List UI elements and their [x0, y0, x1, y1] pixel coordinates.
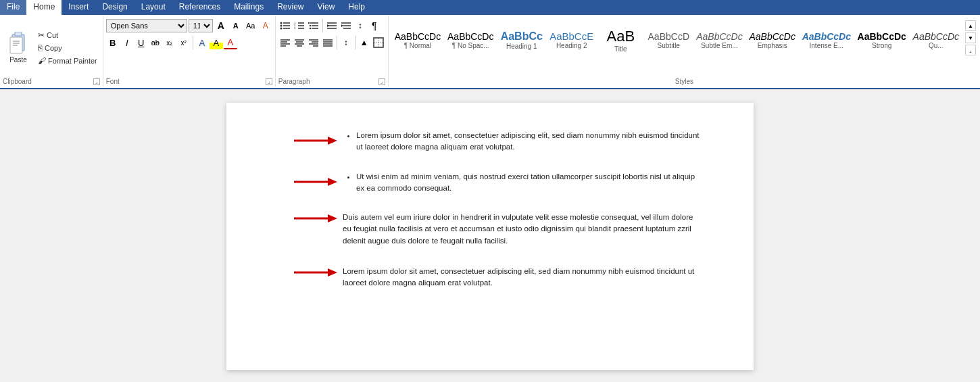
bullet-item-1: Lorem ipsum dolor sit amet, consectetuer… — [356, 130, 700, 153]
decrease-indent-icon — [326, 20, 337, 31]
style-subtle-em-name: Subtle Em... — [701, 42, 737, 49]
svg-text:3.: 3. — [294, 26, 296, 30]
borders-button[interactable] — [372, 36, 385, 49]
format-painter-button[interactable]: 🖌 Format Painter — [35, 55, 100, 67]
tab-help[interactable]: Help — [341, 0, 372, 15]
document-page: Lorem ipsum dolor sit amet, consectetuer… — [226, 103, 754, 370]
subscript-button[interactable]: x₂ — [163, 36, 176, 49]
cut-button[interactable]: ✂ Cut — [35, 29, 100, 41]
svg-point-18 — [308, 22, 310, 24]
shading-button[interactable]: ▲ — [358, 36, 371, 49]
tab-view[interactable]: View — [311, 0, 342, 15]
style-subtle-em[interactable]: AaBbCcDc Subtle Em... — [693, 19, 745, 61]
style-no-spacing-preview: AaBbCcDc — [447, 31, 493, 42]
style-intense-em-name: Intense E... — [810, 42, 844, 49]
styles-group-label: Styles — [675, 78, 693, 85]
style-strong[interactable]: AaBbCcDc Strong — [854, 19, 910, 61]
tab-mailings[interactable]: Mailings — [227, 0, 270, 15]
document-area: Lorem ipsum dolor sit amet, consectetuer… — [0, 89, 980, 382]
align-right-icon — [308, 37, 319, 48]
svg-marker-31 — [341, 24, 343, 27]
ribbon-tabs: File Home Insert Design Layout Reference… — [0, 0, 980, 15]
red-arrow-4 — [294, 266, 337, 279]
superscript-button[interactable]: x² — [177, 36, 191, 49]
tab-review[interactable]: Review — [270, 0, 310, 15]
para-block-3: Duis autem vel eum iriure dolor in hendr… — [294, 212, 700, 255]
cut-icon: ✂ — [38, 30, 45, 40]
font-expand[interactable]: ⌟ — [266, 78, 272, 85]
font-case-button[interactable]: Aa — [244, 19, 258, 32]
font-size-select[interactable]: 11 — [189, 19, 213, 32]
line-spacing-button[interactable]: ↕ — [339, 36, 353, 49]
tab-insert[interactable]: Insert — [62, 0, 95, 15]
italic-button[interactable]: I — [120, 36, 134, 49]
arrow-3 — [294, 212, 337, 255]
svg-point-8 — [280, 28, 282, 30]
font-color-button[interactable]: A — [224, 36, 237, 49]
style-quote-name: Qu... — [929, 42, 944, 49]
font-group-label: Font — [106, 78, 120, 85]
style-title-name: Title — [614, 45, 627, 53]
red-arrow-3 — [294, 212, 337, 225]
tab-design[interactable]: Design — [95, 0, 134, 15]
svg-marker-56 — [328, 214, 337, 222]
highlight-button[interactable]: A — [210, 36, 223, 49]
clear-formatting-button[interactable]: A — [259, 19, 272, 32]
font-shrink-button[interactable]: A — [229, 19, 243, 32]
tab-layout[interactable]: Layout — [134, 0, 172, 15]
align-left-icon — [280, 37, 291, 48]
style-intense-em[interactable]: AaBbCcDc Intense E... — [799, 19, 854, 61]
styles-scroll-down[interactable]: ▼ — [965, 32, 976, 43]
style-title[interactable]: AaB Title — [597, 19, 644, 61]
style-heading1[interactable]: AaBbCc Heading 1 — [497, 19, 546, 61]
paste-button[interactable]: Paste — [3, 26, 34, 70]
tab-home[interactable]: Home — [26, 0, 62, 15]
align-center-button[interactable] — [293, 36, 306, 49]
copy-button[interactable]: ⎘ Copy — [35, 42, 100, 54]
bold-button[interactable]: B — [106, 36, 120, 49]
tab-file[interactable]: File — [0, 0, 26, 15]
red-arrow-2 — [294, 175, 337, 189]
style-emphasis[interactable]: AaBbCcDc Emphasis — [746, 19, 799, 61]
style-subtitle[interactable]: AaBbCcD Subtitle — [644, 19, 693, 61]
text-effect-button[interactable]: A — [195, 36, 209, 49]
bullets-button[interactable] — [278, 19, 292, 32]
para-text-3: Duis autem vel eum iriure dolor in hendr… — [343, 212, 700, 247]
decrease-indent-button[interactable] — [325, 19, 339, 32]
ribbon: Paste ✂ Cut ⎘ Copy 🖌 Format Painter — [0, 15, 980, 89]
style-normal-preview: AaBbCcDc — [395, 31, 441, 42]
arrow-4 — [294, 266, 337, 289]
align-right-button[interactable] — [307, 36, 320, 49]
styles-scroll-up[interactable]: ▲ — [965, 20, 976, 31]
sort-button[interactable]: ↕ — [353, 19, 367, 32]
numbering-button[interactable]: 1. 2. 3. — [293, 19, 306, 32]
format-painter-icon: 🖌 — [38, 56, 46, 66]
clipboard-expand[interactable]: ⌟ — [93, 78, 100, 85]
styles-more[interactable]: ⌟ — [965, 45, 976, 55]
svg-point-19 — [310, 25, 311, 26]
increase-indent-icon — [341, 20, 351, 31]
style-no-spacing[interactable]: AaBbCcDc ¶ No Spac... — [444, 19, 497, 61]
paragraph-group: 1. 2. 3. — [276, 16, 389, 87]
para-block-2: Ut wisi enim ad minim veniam, quis nostr… — [294, 171, 700, 201]
font-family-select[interactable]: Open Sans — [106, 19, 187, 32]
style-quote[interactable]: AaBbCcDc Qu... — [910, 19, 962, 61]
underline-button[interactable]: U — [134, 36, 148, 49]
align-left-button[interactable] — [278, 36, 292, 49]
bullet-text-2: Ut wisi enim ad minim veniam, quis nostr… — [356, 172, 695, 192]
red-arrow-1 — [294, 134, 337, 147]
font-grow-button[interactable]: A — [214, 19, 228, 32]
increase-indent-button[interactable] — [339, 19, 353, 32]
style-normal[interactable]: AaBbCcDc ¶ Normal — [391, 19, 444, 61]
show-para-button[interactable]: ¶ — [368, 19, 381, 32]
styles-scroll: ▲ ▼ ⌟ — [964, 19, 977, 57]
multilevel-list-button[interactable] — [307, 19, 320, 32]
justify-button[interactable] — [321, 36, 335, 49]
strikethrough-button[interactable]: ab — [149, 36, 162, 49]
style-heading2[interactable]: AaBbCcE Heading 2 — [546, 19, 597, 61]
font-family-row: Open Sans 11 A A Aa A — [106, 19, 272, 32]
para-expand[interactable]: ⌟ — [378, 78, 385, 85]
bullet-list-2: Ut wisi enim ad minim veniam, quis nostr… — [343, 171, 700, 201]
tab-references[interactable]: References — [172, 0, 227, 15]
svg-point-7 — [280, 25, 282, 27]
